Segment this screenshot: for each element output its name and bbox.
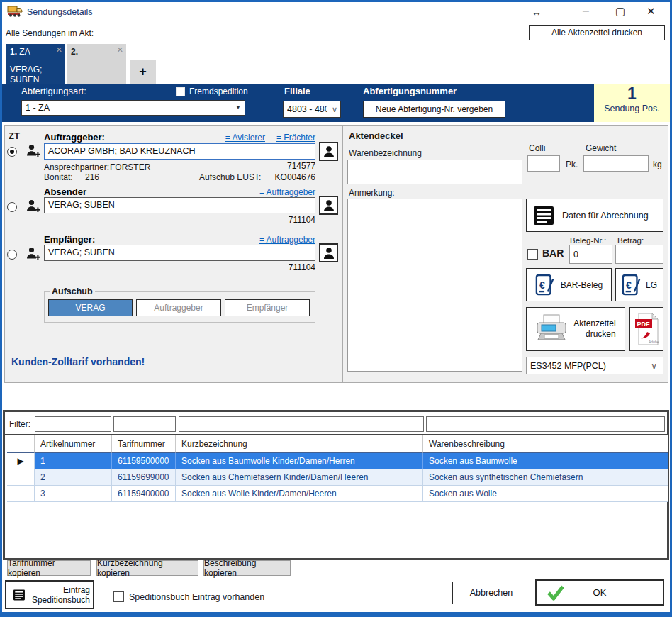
person-icon bbox=[323, 199, 335, 212]
auftraggeber-person-button[interactable] bbox=[319, 142, 338, 161]
ansprechpartner-value: FORSTER bbox=[110, 162, 150, 172]
filter-artikelnummer-input[interactable] bbox=[35, 416, 111, 432]
tab2-close-icon[interactable]: ✕ bbox=[117, 45, 123, 55]
betrag-input[interactable] bbox=[615, 245, 663, 264]
svg-text:€: € bbox=[626, 279, 632, 290]
filter-kurzbezeichnung-input[interactable] bbox=[179, 416, 424, 432]
zolltarif-note: Kunden-Zolltarif vorhanden! bbox=[11, 356, 145, 367]
beleg-nr-input[interactable]: 0 bbox=[569, 245, 612, 264]
grid-header-row: Artikelnummer Tarifnummer Kurzbezeichnun… bbox=[7, 435, 668, 453]
window-title: Sendungsdetails bbox=[27, 7, 92, 17]
filiale-label: Filiale bbox=[284, 86, 310, 96]
anmerkung-textarea[interactable] bbox=[347, 199, 522, 372]
col-warenbeschreibung[interactable]: Warenbeschreibung bbox=[423, 435, 668, 453]
zt-radio-empfaenger[interactable] bbox=[7, 250, 17, 260]
maximize-icon[interactable]: ▢ bbox=[615, 3, 625, 20]
close-icon[interactable]: ✕ bbox=[646, 3, 656, 20]
neue-abfertigung-button[interactable]: Neue Abfertigung-Nr. vergeben bbox=[363, 101, 505, 118]
gewicht-label: Gewicht bbox=[586, 143, 616, 153]
articles-table-block: Filter: Artikelnummer Tarifnummer Kurzbe… bbox=[3, 410, 669, 560]
filiale-chevron-icon[interactable]: ∨ bbox=[332, 105, 337, 114]
aufschub-eust-value: KO004676 bbox=[248, 172, 315, 182]
person-icon bbox=[323, 145, 335, 158]
filiale-combo[interactable]: 4803 - 480 ∨ bbox=[283, 101, 341, 118]
table-row[interactable]: ▶ 1 61159500000 Socken aus Baumwolle Kin… bbox=[7, 453, 668, 469]
copy-kurzbezeichnung-button[interactable]: Kurzbezeichnung kopieren bbox=[96, 560, 198, 576]
gewicht-input[interactable] bbox=[583, 155, 649, 172]
fremdspedition-label: Fremdspedition bbox=[189, 87, 248, 96]
zt-radio-auftraggeber[interactable] bbox=[7, 147, 17, 157]
tab-sendung-2[interactable]: 2. ✕ bbox=[67, 44, 126, 84]
absender-person-button[interactable] bbox=[319, 196, 338, 215]
aufschub-empfaenger-button[interactable]: Empfänger bbox=[225, 299, 310, 316]
printer-combo[interactable]: ES3452 MFP(PCL) ∨ bbox=[526, 357, 663, 374]
avisierer-link[interactable]: = Avisierer bbox=[225, 133, 265, 143]
absender-label: Absender bbox=[44, 187, 86, 197]
auftraggeber-header-row: Auftraggeber: = Avisierer = Frächter bbox=[44, 132, 315, 143]
list-lines-icon bbox=[13, 587, 25, 604]
aktendeckel-title: Aktendeckel bbox=[349, 130, 403, 141]
speditionsbuch-checkbox[interactable] bbox=[113, 591, 124, 602]
bonitaet-value: 216 bbox=[85, 172, 99, 182]
col-tarifnummer[interactable]: Tarifnummer bbox=[112, 435, 176, 453]
bar-label: BAR bbox=[542, 248, 564, 259]
pdf-button[interactable]: PDF Adobe bbox=[629, 307, 663, 351]
fraechter-link[interactable]: = Frächter bbox=[276, 133, 315, 143]
col-artikelnummer[interactable]: Artikelnummer bbox=[35, 435, 112, 453]
abfertigungsnummer-label: Abfertigungsnummer bbox=[363, 86, 457, 96]
add-tab-button[interactable]: + bbox=[130, 60, 156, 84]
speditionsbuch-checkbox-label: Speditionsbuch Eintrag vorhanden bbox=[129, 592, 264, 602]
printer-chevron-icon[interactable]: ∨ bbox=[651, 361, 657, 371]
aufschub-verag-button[interactable]: VERAG bbox=[48, 299, 133, 316]
print-all-aktenzettel-button[interactable]: Alle Aktenzettel drucken bbox=[529, 25, 665, 40]
table-row[interactable]: 2 61159699000 Socken aus Chemiefasern Ki… bbox=[7, 469, 668, 486]
bar-beleg-button[interactable]: € BAR-Beleg bbox=[526, 268, 612, 301]
empfaenger-header-row: Empfänger: = Auftraggeber bbox=[44, 234, 315, 245]
tab1-close-icon[interactable]: ✕ bbox=[56, 45, 62, 55]
empfaenger-auftraggeber-link[interactable]: = Auftraggeber bbox=[259, 235, 315, 245]
current-row-marker: ▶ bbox=[7, 453, 35, 469]
colli-input[interactable] bbox=[527, 155, 560, 172]
absender-auftraggeber-link[interactable]: = Auftraggeber bbox=[259, 187, 315, 197]
col-kurzbezeichnung[interactable]: Kurzbezeichnung bbox=[176, 435, 423, 453]
person-add-icon-absender[interactable] bbox=[26, 199, 42, 216]
filter-warenbeschreibung-input[interactable] bbox=[426, 416, 665, 432]
green-check-icon bbox=[547, 584, 565, 601]
person-add-icon-empfaenger[interactable] bbox=[26, 246, 42, 264]
sendung-pos-box: 1 Sendung Pos. bbox=[594, 84, 670, 122]
euro-receipt-icon: € bbox=[535, 273, 555, 297]
bar-checkbox[interactable] bbox=[527, 249, 538, 260]
bonitaet-label: Bonität: bbox=[44, 172, 73, 182]
absender-input[interactable]: VERAG; SUBEN bbox=[44, 197, 315, 213]
auftraggeber-input[interactable]: ACORAP GMBH; BAD KREUZNACH bbox=[44, 143, 315, 160]
eintrag-speditionsbuch-button[interactable]: Eintrag Speditionsbuch bbox=[5, 580, 94, 609]
copy-tarifnummer-button[interactable]: Tarifnummer kopieren bbox=[7, 560, 91, 576]
svg-text:Adobe: Adobe bbox=[649, 340, 659, 344]
betrag-label: Betrag: bbox=[617, 236, 644, 245]
ansprechpartner-label: Ansprechpartner: bbox=[44, 162, 109, 172]
resize-arrows-icon[interactable]: ↔ bbox=[532, 4, 542, 21]
combo-arrow-icon[interactable]: ▼ bbox=[235, 104, 241, 111]
empfaenger-person-button[interactable] bbox=[319, 243, 338, 262]
zt-radio-absender[interactable] bbox=[7, 202, 17, 212]
lg-button[interactable]: € LG bbox=[615, 268, 663, 301]
copy-beschreibung-button[interactable]: Beschreibung kopieren bbox=[203, 560, 291, 576]
empfaenger-input[interactable]: VERAG; SUBEN bbox=[44, 245, 315, 261]
minimize-icon[interactable]: – bbox=[583, 2, 589, 19]
fremdspedition-checkbox[interactable] bbox=[176, 87, 185, 96]
aktenzettel-drucken-button[interactable]: Aktenzettel drucken bbox=[526, 307, 625, 351]
aufschub-auftraggeber-button[interactable]: Auftraggeber bbox=[136, 299, 221, 316]
warenbezeichnung-input[interactable] bbox=[347, 160, 522, 184]
cancel-button[interactable]: Abbrechen bbox=[452, 582, 530, 604]
tab-sendung-1[interactable]: 1. ZA ✕ VERAG; SUBEN bbox=[6, 44, 65, 84]
filter-label: Filter: bbox=[9, 419, 30, 429]
table-row[interactable]: 3 61159400000 Socken aus Wolle Kinder/Da… bbox=[7, 486, 668, 502]
abfertigungsart-combo[interactable]: 1 - ZA ▼ bbox=[21, 100, 245, 116]
filter-tarifnummer-input[interactable] bbox=[113, 416, 176, 432]
band-divider bbox=[510, 103, 510, 116]
ok-button[interactable]: OK bbox=[535, 579, 664, 606]
euro-receipt-icon: € bbox=[622, 273, 642, 297]
sendung-pos-count: 1 bbox=[594, 84, 670, 104]
person-add-icon-auftraggeber[interactable] bbox=[26, 143, 42, 161]
daten-abrechnung-button[interactable]: Daten für Abrechnung bbox=[526, 199, 663, 232]
